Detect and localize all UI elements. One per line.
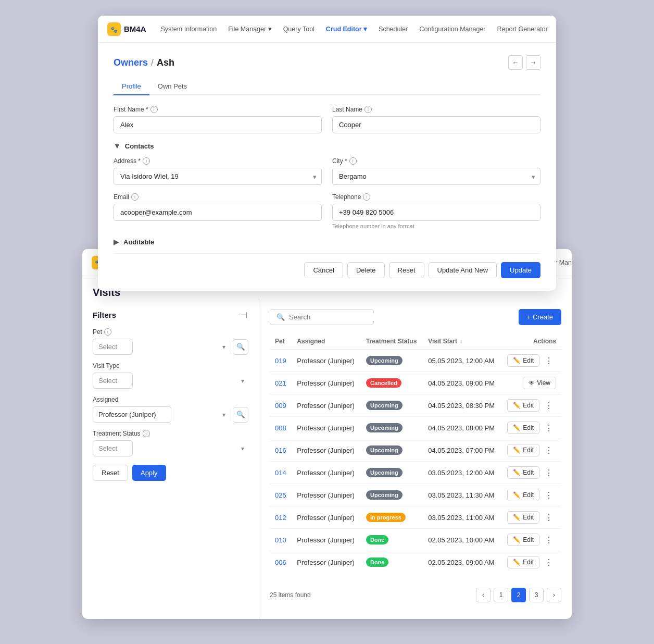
- row-menu-button[interactable]: ⋮: [542, 556, 556, 568]
- nav-prev-button[interactable]: ←: [508, 55, 523, 70]
- edit-button[interactable]: ✏️ Edit: [507, 534, 539, 546]
- first-name-input[interactable]: [114, 116, 322, 133]
- col-treatment-status: Treatment Status: [361, 333, 423, 350]
- pagination-page-3[interactable]: 3: [529, 588, 544, 602]
- cancel-button[interactable]: Cancel: [304, 262, 343, 278]
- edit-button[interactable]: ✏️ Edit: [507, 354, 539, 367]
- nav-scheduler-1[interactable]: Scheduler: [373, 22, 413, 36]
- create-button[interactable]: + Create: [519, 309, 561, 325]
- filter-pet-select[interactable]: Select: [93, 339, 133, 355]
- nav-file-manager-1[interactable]: File Manager ▾: [223, 22, 276, 36]
- pencil-icon: ✏️: [513, 447, 521, 454]
- pet-link[interactable]: 016: [275, 447, 286, 454]
- pet-link[interactable]: 021: [275, 379, 286, 387]
- table-row: 006 Professor (Juniper) Done 02.05.2023,…: [270, 551, 561, 574]
- logo-1[interactable]: 🐾 BM4A: [107, 22, 146, 36]
- row-menu-button[interactable]: ⋮: [542, 444, 556, 456]
- cell-visit-start: 05.05.2023, 12:00 AM: [423, 350, 501, 372]
- row-menu-button[interactable]: ⋮: [542, 512, 556, 524]
- row-menu-button[interactable]: ⋮: [542, 355, 556, 367]
- filter-visit-type-select[interactable]: Select: [93, 373, 133, 389]
- pet-link[interactable]: 012: [275, 514, 286, 522]
- auditable-section-header[interactable]: ▶ Auditable: [114, 238, 540, 246]
- filter-assigned-label: Assigned: [93, 396, 248, 403]
- pet-link[interactable]: 008: [275, 424, 286, 432]
- edit-button[interactable]: ✏️ Edit: [507, 489, 539, 501]
- delete-button[interactable]: Delete: [347, 262, 385, 278]
- nav-crud-editor-1[interactable]: Crud Editor ▾: [321, 22, 372, 36]
- first-name-info-icon[interactable]: i: [150, 106, 158, 113]
- filter-reset-button[interactable]: Reset: [93, 465, 128, 481]
- breadcrumb-owners[interactable]: Owners: [114, 57, 148, 68]
- filter-assigned-search-button[interactable]: 🔍: [233, 407, 248, 423]
- breadcrumb-separator: /: [151, 57, 154, 68]
- cell-status: Upcoming: [361, 484, 423, 506]
- pet-link[interactable]: 009: [275, 402, 286, 410]
- filter-pet-search-button[interactable]: 🔍: [233, 339, 248, 355]
- city-info-icon[interactable]: i: [349, 157, 357, 165]
- col-visit-start[interactable]: Visit Start ↕: [423, 333, 501, 350]
- nav-items-1: System Information File Manager ▾ Query …: [156, 22, 556, 36]
- edit-button[interactable]: ✏️ Edit: [507, 466, 539, 479]
- edit-button[interactable]: ✏️ Edit: [507, 444, 539, 456]
- table-row: 010 Professor (Juniper) Done 02.05.2023,…: [270, 529, 561, 551]
- filter-treatment-status-info-icon[interactable]: i: [143, 430, 150, 437]
- pet-link[interactable]: 025: [275, 491, 286, 499]
- city-select[interactable]: Bergamo: [332, 168, 540, 185]
- nav-next-button[interactable]: →: [526, 55, 540, 70]
- update-button[interactable]: Update: [501, 262, 540, 278]
- tab-profile[interactable]: Profile: [114, 78, 149, 95]
- pagination-next-button[interactable]: ›: [547, 588, 561, 602]
- filter-treatment-status-select[interactable]: Select: [93, 440, 133, 456]
- filter-apply-button[interactable]: Apply: [132, 465, 166, 481]
- pet-link[interactable]: 006: [275, 559, 286, 566]
- pagination-prev-button[interactable]: ‹: [476, 588, 491, 602]
- pencil-icon: ✏️: [513, 536, 521, 543]
- cell-actions: ✏️ Edit ⋮: [501, 484, 561, 506]
- address-label: Address * i: [114, 157, 322, 165]
- row-menu-button[interactable]: ⋮: [542, 422, 556, 434]
- edit-button[interactable]: ✏️ Edit: [507, 556, 539, 568]
- email-input[interactable]: [114, 204, 322, 221]
- row-menu-button[interactable]: ⋮: [542, 400, 556, 412]
- logo-icon-1: 🐾: [107, 22, 121, 36]
- address-select[interactable]: Via Isidoro Wiel, 19: [114, 168, 322, 185]
- nav-config-1[interactable]: Configuration Manager: [414, 22, 491, 36]
- row-menu-button[interactable]: ⋮: [542, 467, 556, 479]
- filter-actions: Reset Apply: [93, 465, 248, 481]
- filter-pet-info-icon[interactable]: i: [104, 328, 111, 336]
- email-info-icon[interactable]: i: [131, 193, 139, 201]
- search-input[interactable]: [289, 313, 376, 321]
- pagination-page-2[interactable]: 2: [511, 588, 526, 602]
- last-name-info-icon[interactable]: i: [364, 106, 372, 113]
- filter-assigned-select[interactable]: Professor (Juniper): [93, 406, 171, 423]
- form-first-name-group: First Name * i: [114, 106, 322, 133]
- row-menu-button[interactable]: ⋮: [542, 489, 556, 501]
- last-name-input[interactable]: [332, 116, 540, 133]
- update-and-new-button[interactable]: Update And New: [429, 262, 497, 278]
- nav-system-info-1[interactable]: System Information: [156, 22, 222, 36]
- search-box[interactable]: 🔍: [270, 309, 374, 325]
- edit-button[interactable]: ✏️ Edit: [507, 511, 539, 524]
- view-button[interactable]: 👁 View: [523, 377, 556, 389]
- pet-link[interactable]: 019: [275, 357, 286, 365]
- edit-button[interactable]: ✏️ Edit: [507, 422, 539, 434]
- pet-link[interactable]: 010: [275, 536, 286, 544]
- pet-link[interactable]: 014: [275, 469, 286, 477]
- contacts-section-header[interactable]: ▼ Contacts: [114, 142, 540, 150]
- reset-button[interactable]: Reset: [389, 262, 424, 278]
- tab-own-pets[interactable]: Own Pets: [149, 78, 195, 95]
- window-visits: 🐾 BM4A System Information File Manager ▾…: [82, 249, 572, 619]
- address-info-icon[interactable]: i: [143, 157, 150, 165]
- nav-query-tool-1[interactable]: Query Tool: [278, 22, 320, 36]
- edit-button[interactable]: ✏️ Edit: [507, 399, 539, 412]
- telephone-info-icon[interactable]: i: [363, 193, 370, 201]
- nav-report-1[interactable]: Report Generator: [492, 22, 553, 36]
- row-menu-button[interactable]: ⋮: [542, 534, 556, 546]
- pagination-page-1[interactable]: 1: [494, 588, 508, 602]
- nav-user-mgmt-1[interactable]: User Management: [554, 22, 556, 36]
- telephone-input[interactable]: [332, 204, 540, 221]
- status-badge: Cancelled: [366, 378, 401, 388]
- filters-collapse-button[interactable]: ⊣: [239, 309, 248, 321]
- cell-actions: ✏️ Edit ⋮: [501, 394, 561, 417]
